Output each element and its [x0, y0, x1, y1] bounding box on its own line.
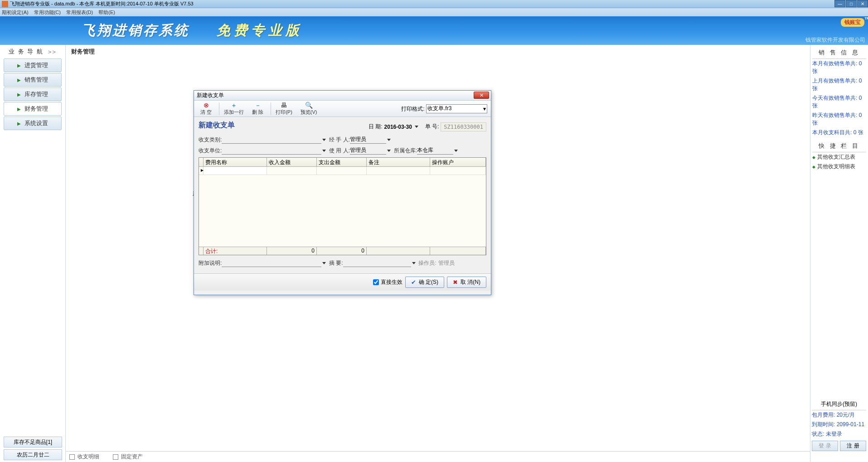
- plus-icon: ＋: [224, 102, 244, 109]
- nav-sales[interactable]: ▶销售管理: [4, 73, 62, 87]
- note-input[interactable]: [222, 259, 321, 267]
- arrow-icon: ▶: [17, 107, 21, 112]
- sales-info-header: 销 售 信 息: [812, 47, 866, 59]
- bullet-icon: ◆: [812, 165, 815, 169]
- menu-help[interactable]: 帮助(E): [98, 9, 115, 16]
- shortcut-item[interactable]: ◆其他收支明细表: [812, 162, 866, 171]
- col-expense: 支出金额: [317, 158, 367, 166]
- checkbox-icon: [69, 454, 75, 460]
- sync-section: 手机同步(预留) 包月费用: 20元/月 到期时间: 2099-01-11 状态…: [812, 399, 866, 451]
- menu-func[interactable]: 常用功能(C): [34, 9, 61, 16]
- tab-assets[interactable]: 固定资产: [113, 453, 143, 461]
- form-title: 新建收支单: [199, 121, 235, 130]
- sync-expiry: 到期时间: 2099-01-11: [812, 420, 866, 429]
- row-indicator: ▸: [199, 167, 204, 175]
- menu-init[interactable]: 期初设定(A): [2, 9, 29, 16]
- nav-stock[interactable]: ▶库存管理: [4, 88, 62, 101]
- operator-value: 管理员: [436, 259, 456, 267]
- user-value[interactable]: 管理员: [350, 146, 386, 155]
- grid-footer: 合计: 0 0: [199, 247, 486, 255]
- note-label: 附加说明:: [199, 259, 222, 267]
- handler-value[interactable]: 管理员: [350, 136, 386, 144]
- cell-name[interactable]: [204, 167, 267, 175]
- warehouse-label: 所属仓库:: [394, 147, 417, 155]
- maximize-button[interactable]: □: [846, 0, 857, 7]
- col-name: 费用名称: [204, 158, 267, 166]
- separator: [271, 102, 271, 115]
- delete-button[interactable]: －删 除: [249, 102, 266, 116]
- addrow-button[interactable]: ＋添加一行: [221, 102, 247, 116]
- nav-purchase[interactable]: ▶进货管理: [4, 58, 62, 72]
- new-receipt-dialog: 新建收支单 ✕ ⊗清 空 ＋添加一行 －删 除 🖶打印(P) 🔍预览(V) 打印…: [194, 90, 491, 295]
- receipt-number: SZ1160330001: [441, 122, 486, 131]
- print-button[interactable]: 🖶打印(P): [273, 102, 295, 116]
- print-format-select[interactable]: 收支单.fr3▾: [426, 104, 487, 113]
- chevron-down-icon[interactable]: [454, 150, 458, 152]
- grid-row[interactable]: ▸: [199, 167, 486, 175]
- cancel-button[interactable]: ✖取 消(N): [447, 277, 486, 288]
- ok-button[interactable]: ✔确 定(S): [405, 277, 444, 288]
- dialog-toolbar: ⊗清 空 ＋添加一行 －删 除 🖶打印(P) 🔍预览(V) 打印格式: 收支单.…: [194, 101, 491, 117]
- print-format: 打印格式: 收支单.fr3▾: [401, 104, 487, 113]
- shortcut-item[interactable]: ◆其他收支汇总表: [812, 152, 866, 162]
- login-button[interactable]: 登 录: [812, 441, 838, 451]
- low-stock-button[interactable]: 库存不足商品[1]: [4, 437, 62, 447]
- date-value[interactable]: 2016-03-30: [384, 124, 412, 130]
- nav-settings[interactable]: ▶系统设置: [4, 117, 62, 130]
- preview-button[interactable]: 🔍预览(V): [298, 102, 320, 116]
- category-input[interactable]: [222, 136, 321, 144]
- unit-label: 收支单位:: [199, 147, 222, 155]
- chevron-down-icon[interactable]: [322, 262, 326, 264]
- sidebar-left: 业 务 导 航 >> ▶进货管理 ▶销售管理 ▶库存管理 ▶财务管理 ▶系统设置…: [0, 45, 66, 462]
- window-title: 飞翔进销存专业版 - data.mdb - 本仓库 本机更新时间:2014-07…: [10, 0, 194, 7]
- tab-detail[interactable]: 收支明细: [69, 453, 99, 461]
- sales-link[interactable]: 本月有效销售单共: 0 张: [812, 59, 866, 76]
- chevron-down-icon[interactable]: [387, 139, 391, 141]
- dialog-body: 新建收支单 日 期: 2016-03-30 单 号: SZ1160330001 …: [194, 117, 491, 273]
- minus-icon: －: [252, 102, 263, 109]
- dialog-titlebar[interactable]: 新建收支单 ✕: [194, 91, 491, 101]
- sales-link[interactable]: 本月收支科目共: 0 张: [812, 128, 866, 137]
- chevron-down-icon[interactable]: [415, 126, 418, 128]
- register-button[interactable]: 注 册: [840, 441, 866, 451]
- window-titlebar: 飞翔进销存专业版 - data.mdb - 本仓库 本机更新时间:2014-07…: [0, 0, 868, 8]
- total-label: 合计:: [204, 247, 267, 255]
- num-label: 单 号:: [425, 123, 439, 131]
- checkbox-icon: [113, 454, 118, 460]
- arrows-icon: >>: [45, 49, 57, 55]
- direct-effect-checkbox[interactable]: 直接生效: [373, 278, 402, 286]
- chevron-down-icon[interactable]: [387, 150, 391, 152]
- printer-icon: 🖶: [276, 102, 292, 109]
- minimize-button[interactable]: —: [834, 0, 845, 7]
- menu-report[interactable]: 常用报表(D): [66, 9, 93, 16]
- chevron-down-icon[interactable]: [322, 139, 326, 141]
- close-button[interactable]: ✕: [857, 0, 868, 7]
- nav-finance[interactable]: ▶财务管理: [4, 102, 62, 116]
- banner-company: 钱管家软件开发有限公司: [805, 36, 865, 44]
- dialog-close-button[interactable]: ✕: [474, 92, 489, 99]
- chevron-down-icon[interactable]: [412, 262, 416, 264]
- content-header: 财务管理: [66, 45, 810, 58]
- sales-link[interactable]: 昨天有效销售单共: 0 张: [812, 111, 866, 128]
- clear-button[interactable]: ⊗清 空: [198, 102, 214, 116]
- sales-link[interactable]: 上月有效销售单共: 0 张: [812, 76, 866, 93]
- sync-status: 状态: 未登录: [812, 429, 866, 439]
- banner: 飞翔进销存系统 免费专业版 钱账宝 钱管家软件开发有限公司: [0, 16, 868, 45]
- items-grid[interactable]: 费用名称 收入金额 支出金额 备注 操作账户 ▸ 合计: 0 0: [199, 157, 486, 255]
- chevron-down-icon[interactable]: [322, 150, 326, 152]
- cross-icon: ✖: [453, 279, 458, 286]
- grid-corner: [199, 158, 204, 166]
- summary-input[interactable]: [343, 259, 411, 267]
- shortcut-header: 快 捷 栏 目: [812, 140, 866, 152]
- unit-input[interactable]: [222, 146, 321, 155]
- warehouse-value[interactable]: 本仓库: [417, 146, 453, 155]
- separator: [219, 102, 219, 115]
- col-account: 操作账户: [430, 158, 486, 166]
- category-label: 收支类别:: [199, 136, 222, 144]
- banner-title-main: 飞翔进销存系统: [82, 21, 189, 40]
- sales-link[interactable]: 今天有效销售单共: 0 张: [812, 93, 866, 111]
- user-label: 使 用 人:: [329, 147, 350, 155]
- arrow-icon: ▶: [17, 78, 21, 83]
- sync-header: 手机同步(预留): [812, 399, 866, 410]
- app-icon: [2, 1, 8, 7]
